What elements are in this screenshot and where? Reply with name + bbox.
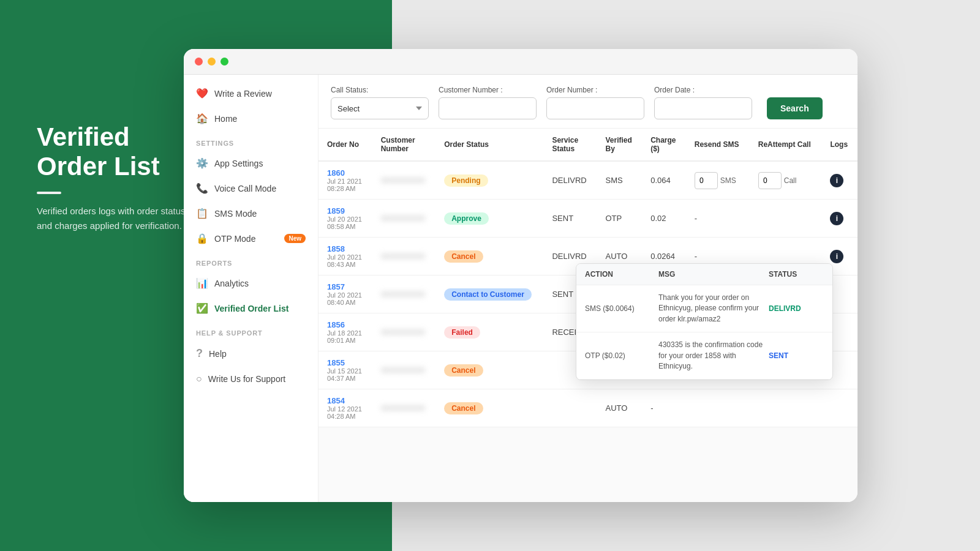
popup-col-msg: MSG [658, 270, 769, 279]
order-date-filter: Order Date : [654, 86, 752, 119]
customer-number-label: Customer Number : [439, 86, 537, 94]
sidebar-item-home[interactable]: 🏠 Home [184, 106, 318, 131]
order-date-input[interactable] [654, 97, 752, 119]
sidebar-item-otp-mode[interactable]: 🔒 OTP Mode New [184, 226, 318, 251]
hero-divider [37, 192, 61, 194]
order-date-cell: Jul 20 202108:58 AM [327, 216, 364, 230]
charge-cell: 0.064 [642, 161, 686, 200]
search-button[interactable]: Search [767, 97, 823, 119]
titlebar [184, 49, 858, 75]
phone-icon: 📞 [196, 182, 208, 194]
sidebar-label-app-settings: App Settings [214, 159, 263, 168]
sidebar-label-help: Help [209, 349, 227, 359]
order-link[interactable]: 1856 [327, 320, 364, 329]
reattempt-call-cell [750, 389, 822, 427]
blurred-number: 0000000000 [381, 403, 425, 413]
sidebar-item-sms-mode[interactable]: 📋 SMS Mode [184, 201, 318, 226]
order-status-cell: Approve [435, 200, 543, 238]
sidebar-label-sms-mode: SMS Mode [214, 209, 257, 219]
customer-number-cell: 0000000000 [372, 200, 436, 238]
blurred-number: 0000000000 [381, 214, 425, 223]
verified-by-cell: AUTO [597, 389, 643, 427]
status-badge: Cancel [444, 402, 483, 414]
support-icon: ○ [196, 373, 202, 384]
order-cell: 1857 Jul 20 202108:40 AM [318, 276, 372, 313]
app-window: ❤️ Write a Review 🏠 Home SETTINGS ⚙️ App… [184, 49, 858, 502]
sidebar: ❤️ Write a Review 🏠 Home SETTINGS ⚙️ App… [184, 75, 318, 502]
analytics-icon: 📊 [196, 277, 208, 289]
col-verified-by: VerifiedBy [597, 129, 643, 161]
help-icon: ? [196, 347, 203, 360]
resend-sms-input[interactable] [695, 172, 718, 189]
popup-row-2: OTP ($0.02) 430335 is the confirmation c… [576, 332, 832, 380]
order-status-cell: Cancel [435, 238, 543, 276]
status-badge: Cancel [444, 250, 483, 263]
order-status-cell: Failed [435, 313, 543, 351]
order-link[interactable]: 1854 [327, 396, 364, 405]
sidebar-item-app-settings[interactable]: ⚙️ App Settings [184, 151, 318, 176]
customer-number-cell: 0000000000 [372, 161, 436, 200]
status-badge: Failed [444, 326, 480, 339]
order-link[interactable]: 1855 [327, 358, 364, 367]
order-cell: 1854 Jul 12 202104:28 AM [318, 389, 372, 427]
sidebar-label-otp-mode: OTP Mode [214, 234, 255, 244]
sidebar-item-help[interactable]: ? Help [184, 340, 318, 367]
col-order-no: Order No [318, 129, 372, 161]
service-status-cell [543, 389, 597, 427]
table-row: 1854 Jul 12 202104:28 AM 0000000000 Canc… [318, 389, 858, 427]
order-number-label: Order Number : [546, 86, 644, 94]
info-icon[interactable]: i [830, 250, 843, 263]
customer-number-filter: Customer Number : [439, 86, 537, 119]
status-badge: Contact to Customer [444, 288, 532, 301]
order-link[interactable]: 1859 [327, 206, 364, 216]
call-status-select[interactable]: Select Pending Delivered Failed [331, 97, 429, 119]
popup-msg-2: 430335 is the confirmation code for your… [658, 340, 769, 372]
verified-by-cell: SMS [597, 161, 643, 200]
reattempt-input[interactable] [758, 172, 782, 189]
order-link[interactable]: 1858 [327, 244, 364, 253]
sidebar-item-verified-order-list[interactable]: ✅ Verified Order List [184, 296, 318, 321]
order-link[interactable]: 1857 [327, 282, 364, 291]
status-badge: Approve [444, 212, 489, 225]
info-icon[interactable]: i [830, 212, 843, 225]
sidebar-label-write-review: Write a Review [214, 89, 272, 99]
table-row: 1860 Jul 21 202108:28 AM 0000000000 Pend… [318, 161, 858, 200]
hero-title: Verified Order List [37, 122, 196, 182]
sidebar-section-help: HELP & SUPPORT [184, 321, 318, 340]
hero-description: Verified orders logs with order status a… [37, 204, 196, 233]
dot-red[interactable] [195, 58, 203, 66]
customer-number-cell: 0000000000 [372, 238, 436, 276]
order-link[interactable]: 1860 [327, 168, 364, 178]
dot-yellow[interactable] [208, 58, 216, 66]
call-label: Call [784, 176, 797, 185]
popup-row-1: SMS ($0.0064) Thank you for your order o… [576, 285, 832, 332]
customer-number-input[interactable] [439, 97, 537, 119]
table-row: 1859 Jul 20 202108:58 AM 0000000000 Appr… [318, 200, 858, 238]
action-popup: ACTION MSG STATUS SMS ($0.0064) Thank yo… [576, 263, 833, 380]
verified-by-cell: OTP [597, 200, 643, 238]
sidebar-item-voice-call-mode[interactable]: 📞 Voice Call Mode [184, 176, 318, 201]
info-icon[interactable]: i [830, 174, 843, 187]
dot-green[interactable] [221, 58, 228, 66]
order-status-cell: Cancel [435, 389, 543, 427]
popup-msg-1: Thank you for your order on Ethnicyug, p… [658, 293, 769, 324]
order-date-cell: Jul 12 202104:28 AM [327, 405, 364, 420]
sidebar-item-write-support[interactable]: ○ Write Us for Support [184, 367, 318, 391]
order-cell: 1859 Jul 20 202108:58 AM [318, 200, 372, 238]
sidebar-item-write-review[interactable]: ❤️ Write a Review [184, 81, 318, 106]
order-cell: 1858 Jul 20 202108:43 AM [318, 238, 372, 276]
resend-sms-cell: - [686, 200, 750, 238]
reattempt-call-cell: Call [750, 161, 822, 200]
sidebar-item-analytics[interactable]: 📊 Analytics [184, 271, 318, 296]
sidebar-label-voice-call-mode: Voice Call Mode [214, 184, 276, 193]
order-date-cell: Jul 20 202108:43 AM [327, 253, 364, 268]
logs-cell: i [821, 200, 858, 238]
status-badge: Pending [444, 174, 488, 187]
col-logs: Logs [821, 129, 858, 161]
reattempt-call-cell [750, 200, 822, 238]
order-number-input[interactable] [546, 97, 644, 119]
home-icon: 🏠 [196, 113, 208, 124]
verified-icon: ✅ [196, 302, 208, 314]
hero-section: Verified Order List Verified orders logs… [37, 122, 196, 233]
charge-cell: - [642, 389, 686, 427]
